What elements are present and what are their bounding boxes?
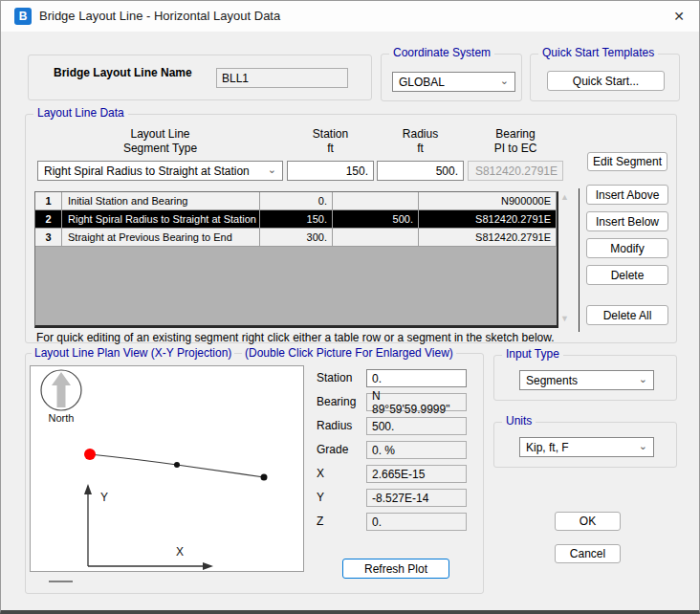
input-type-label: Input Type xyxy=(502,347,563,361)
station-cell: 300. xyxy=(260,229,333,247)
ok-label: OK xyxy=(580,515,596,528)
scale-bar xyxy=(49,581,73,582)
x-value: 2.665E-15 xyxy=(372,468,425,481)
header-line: Segment Type xyxy=(37,142,283,156)
divider xyxy=(579,188,580,332)
quick-start-button[interactable]: Quick Start... xyxy=(547,71,665,91)
table-row[interactable]: 1 Initial Station and Bearing 0. N900000… xyxy=(35,192,557,210)
y-value: -8.527E-14 xyxy=(372,492,428,505)
units-groupbox: Units Kip, ft, F ⌄ xyxy=(493,422,677,468)
delete-button[interactable]: Delete xyxy=(586,265,668,285)
name-groupbox: Bridge Layout Line Name BLL1 xyxy=(28,55,372,100)
header-line: Bearing xyxy=(468,127,563,142)
grade-value-field: 0. % xyxy=(366,441,467,459)
segment-type-cell: Initial Station and Bearing xyxy=(62,192,260,210)
units-value: Kip, ft, F xyxy=(526,441,569,454)
input-type-groupbox: Input Type Segments ⌄ xyxy=(493,355,677,401)
bearing-cell: S812420.2791E xyxy=(419,210,557,229)
y-value-field: -8.527E-14 xyxy=(366,489,467,507)
chevron-down-icon: ⌄ xyxy=(268,164,276,174)
layout-line-name-value: BLL1 xyxy=(222,72,249,85)
station-value: 0. xyxy=(372,372,382,385)
z-value: 0. xyxy=(372,515,382,529)
radius-cell xyxy=(333,192,419,210)
field-label-x: X xyxy=(317,467,324,480)
window-title: Bridge Layout Line - Horizontal Layout D… xyxy=(39,9,280,23)
station-cell: 0. xyxy=(260,192,333,210)
x-axis-label: X xyxy=(176,545,184,559)
header-line: PI to EC xyxy=(468,142,563,156)
insert-above-button[interactable]: Insert Above xyxy=(586,185,668,205)
edit-segment-label: Edit Segment xyxy=(593,155,662,168)
units-select[interactable]: Kip, ft, F ⌄ xyxy=(519,437,654,457)
field-label-bearing: Bearing xyxy=(317,395,356,408)
chevron-down-icon: ⌄ xyxy=(500,76,509,85)
input-type-select[interactable]: Segments ⌄ xyxy=(519,370,654,390)
station-value-field[interactable]: 0. xyxy=(366,369,467,387)
bearing-cell: N900000E xyxy=(419,192,557,210)
y-axis-arrow-icon xyxy=(84,484,92,494)
chevron-down-icon: ⌄ xyxy=(639,374,647,384)
modify-button[interactable]: Modify xyxy=(586,238,668,258)
coordinate-system-groupbox: Coordinate System GLOBAL ⌄ xyxy=(381,54,522,101)
z-value-field: 0. xyxy=(366,513,467,531)
units-label: Units xyxy=(502,414,536,428)
row-number-cell: 2 xyxy=(35,210,62,229)
ok-button[interactable]: OK xyxy=(555,512,621,531)
radius-edit-field[interactable]: 500. xyxy=(377,161,464,181)
segment-type-select[interactable]: Right Spiral Radius to Straight at Stati… xyxy=(37,161,283,181)
bearing-value-field: N 89°59'59.9999" xyxy=(366,393,467,411)
scroll-down-icon[interactable]: ▼ xyxy=(560,314,569,323)
column-header-station: Station ft xyxy=(287,127,374,156)
dialog-window: B Bridge Layout Line - Horizontal Layout… xyxy=(0,0,700,614)
row-number-cell: 3 xyxy=(35,229,62,247)
coordinate-system-select[interactable]: GLOBAL ⌄ xyxy=(392,72,515,92)
field-label-radius: Radius xyxy=(317,419,352,432)
insert-below-button[interactable]: Insert Below xyxy=(586,211,668,231)
x-value-field: 2.665E-15 xyxy=(366,465,467,483)
segment-point-marker[interactable] xyxy=(174,462,180,468)
row-number-cell: 1 xyxy=(35,192,62,210)
start-point-marker[interactable] xyxy=(84,449,96,460)
scroll-up-icon[interactable]: ▲ xyxy=(560,192,569,202)
delete-label: Delete xyxy=(611,269,645,282)
plan-view-plot[interactable]: North Y X xyxy=(30,365,304,572)
quick-start-label: Quick Start Templates xyxy=(538,46,658,59)
coordinate-system-label: Coordinate System xyxy=(389,46,494,59)
header-line: Station xyxy=(287,127,374,142)
plan-view-canvas: North Y X xyxy=(31,366,303,571)
column-header-radius: Radius ft xyxy=(377,127,464,156)
column-header-bearing: Bearing PI to EC xyxy=(468,127,563,156)
table-row-selected[interactable]: 2 Right Spiral Radius to Straight at Sta… xyxy=(35,210,557,229)
app-icon: B xyxy=(14,8,32,25)
segment-table[interactable]: 1 Initial Station and Bearing 0. N900000… xyxy=(34,191,558,328)
cancel-label: Cancel xyxy=(570,547,605,560)
segment-type-cell: Straight at Previous Bearing to End xyxy=(62,229,260,247)
cancel-button[interactable]: Cancel xyxy=(555,544,621,563)
header-line: ft xyxy=(287,142,374,156)
header-line: ft xyxy=(377,142,464,156)
chevron-down-icon: ⌄ xyxy=(639,441,647,450)
column-header-segment-type: Layout Line Segment Type xyxy=(37,127,283,156)
bearing-cell: S812420.2791E xyxy=(419,229,557,247)
refresh-plot-button[interactable]: Refresh Plot xyxy=(342,559,449,579)
close-icon: ✕ xyxy=(673,9,685,24)
header-line: Radius xyxy=(377,127,464,142)
modify-label: Modify xyxy=(610,242,644,255)
close-button[interactable]: ✕ xyxy=(667,6,691,27)
station-cell: 150. xyxy=(260,210,333,229)
edit-segment-button[interactable]: Edit Segment xyxy=(587,152,667,171)
grade-value: 0. % xyxy=(372,444,395,457)
delete-all-button[interactable]: Delete All xyxy=(586,305,668,325)
layout-line-name-field[interactable]: BLL1 xyxy=(216,68,348,88)
title-bar: B Bridge Layout Line - Horizontal Layout… xyxy=(1,1,699,32)
station-edit-field[interactable]: 150. xyxy=(287,161,374,181)
table-row[interactable]: 3 Straight at Previous Bearing to End 30… xyxy=(35,229,557,247)
coordinate-system-value: GLOBAL xyxy=(399,76,445,89)
radius-value-field: 500. xyxy=(366,417,467,435)
bearing-edit-value: S812420.2791E xyxy=(475,164,558,178)
end-point-marker[interactable] xyxy=(261,474,268,481)
station-edit-value: 150. xyxy=(346,164,368,178)
radius-cell: 500. xyxy=(333,210,419,229)
bearing-value: N 89°59'59.9999" xyxy=(372,389,461,416)
